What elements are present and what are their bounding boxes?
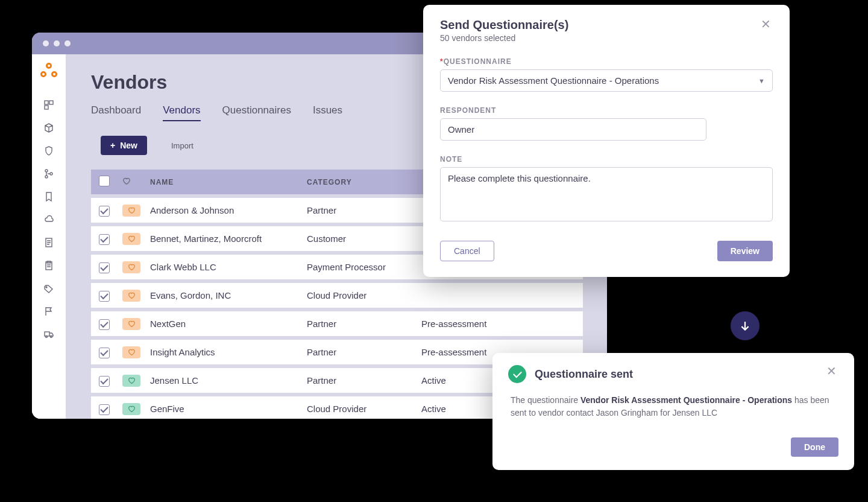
vendor-name: NextGen	[145, 311, 302, 336]
vendor-category: Cloud Provider	[302, 283, 417, 308]
modal-title: Send Questionnaire(s)	[440, 18, 568, 32]
toast-body: The questionnaire Vendor Risk Assessment…	[508, 394, 838, 419]
row-checkbox[interactable]	[99, 404, 110, 415]
vendor-name: Jensen LLC	[145, 368, 302, 393]
row-checkbox[interactable]	[99, 262, 110, 273]
row-checkbox[interactable]	[99, 348, 110, 358]
vendor-name: Evans, Gordon, INC	[145, 283, 302, 308]
svg-point-4	[45, 176, 48, 178]
shield-icon[interactable]	[44, 146, 54, 156]
close-icon[interactable]: ✕	[761, 18, 773, 30]
close-icon[interactable]: ✕	[826, 365, 838, 377]
column-name[interactable]: NAME	[145, 170, 302, 194]
sidebar	[32, 54, 66, 419]
cloud-icon[interactable]	[44, 215, 54, 224]
send-questionnaire-modal: Send Questionnaire(s) 50 vendors selecte…	[423, 5, 790, 277]
heart-badge[interactable]	[122, 375, 140, 387]
svg-rect-10	[45, 332, 49, 336]
success-check-icon	[508, 365, 526, 383]
questionnaire-select[interactable]: Vendor Risk Assessment Questionnaire - O…	[440, 69, 773, 92]
svg-point-5	[50, 173, 52, 175]
heart-badge[interactable]	[122, 403, 140, 415]
svg-point-12	[51, 336, 52, 338]
svg-point-3	[45, 170, 48, 172]
document-icon[interactable]	[44, 238, 54, 247]
heart-icon	[122, 179, 131, 187]
toast-title: Questionnaire sent	[535, 368, 633, 381]
traffic-light[interactable]	[43, 40, 49, 46]
vendor-name: GenFive	[145, 396, 302, 419]
table-row[interactable]: Evans, Gordon, INCCloud Provider	[91, 283, 583, 308]
svg-point-9	[46, 287, 47, 288]
vendor-category: Partner	[302, 340, 417, 364]
note-label: NOTE	[440, 155, 773, 164]
confirmation-toast: Questionnaire sent ✕ The questionnaire V…	[492, 353, 854, 470]
questionnaire-value: Vendor Risk Assessment Questionnaire - O…	[448, 75, 659, 86]
branch-icon[interactable]	[44, 169, 54, 179]
heart-badge[interactable]	[122, 290, 140, 302]
vendor-category: Partner	[302, 198, 417, 223]
table-row[interactable]: NextGenPartnerPre-assessment	[91, 311, 583, 336]
vendor-category: Cloud Provider	[302, 396, 417, 419]
svg-rect-2	[45, 106, 48, 109]
vendor-name: Bennet, Martinez, Moorcroft	[145, 226, 302, 251]
cancel-button[interactable]: Cancel	[440, 241, 494, 261]
heart-badge[interactable]	[122, 346, 140, 358]
heart-badge[interactable]	[122, 233, 140, 245]
tab-questionnaires[interactable]: Questionnaires	[222, 104, 291, 121]
row-checkbox[interactable]	[99, 319, 110, 330]
select-all-checkbox[interactable]	[99, 176, 110, 186]
truck-icon[interactable]	[44, 329, 54, 339]
vendor-category: Partner	[302, 311, 417, 336]
heart-badge[interactable]	[122, 318, 140, 330]
clipboard-icon[interactable]	[44, 261, 54, 270]
svg-rect-0	[45, 101, 48, 104]
traffic-light[interactable]	[64, 40, 71, 46]
plus-icon: +	[110, 141, 115, 150]
column-category[interactable]: CATEGORY	[302, 170, 417, 194]
box-icon[interactable]	[44, 123, 54, 133]
flag-icon[interactable]	[44, 307, 54, 316]
tab-vendors[interactable]: Vendors	[163, 104, 200, 121]
vendor-name: Insight Analytics	[145, 340, 302, 364]
new-button-label: New	[120, 141, 137, 150]
modal-subtitle: 50 vendors selected	[440, 33, 568, 43]
vendor-name: Anderson & Johnson	[145, 198, 302, 223]
svg-point-11	[46, 336, 48, 338]
vendor-category: Partner	[302, 368, 417, 393]
row-checkbox[interactable]	[99, 291, 110, 302]
vendor-category: Payment Processor	[302, 255, 417, 279]
svg-rect-1	[49, 101, 53, 104]
logo-icon[interactable]	[40, 63, 57, 80]
vendor-status	[417, 283, 583, 308]
respondent-label: RESPONDENT	[440, 106, 706, 115]
tag-icon[interactable]	[44, 284, 54, 293]
tab-issues[interactable]: Issues	[313, 104, 342, 121]
note-textarea[interactable]	[440, 167, 773, 221]
traffic-light[interactable]	[54, 40, 60, 46]
heart-badge[interactable]	[122, 261, 140, 273]
row-checkbox[interactable]	[99, 234, 110, 245]
respondent-input[interactable]	[440, 118, 706, 141]
vendor-category: Customer	[302, 226, 417, 251]
questionnaire-label: *QUESTIONNAIRE	[440, 57, 773, 66]
tab-dashboard[interactable]: Dashboard	[91, 104, 141, 121]
new-button[interactable]: + New	[101, 136, 147, 155]
down-arrow-icon	[731, 311, 760, 340]
import-link[interactable]: Import	[171, 141, 193, 150]
done-button[interactable]: Done	[791, 437, 838, 457]
review-button[interactable]: Review	[717, 241, 773, 261]
bookmark-icon[interactable]	[44, 192, 54, 202]
heart-badge[interactable]	[122, 205, 140, 217]
vendor-status: Pre-assessment	[417, 311, 583, 336]
vendor-name: Clark Webb LLC	[145, 255, 302, 279]
row-checkbox[interactable]	[99, 206, 110, 217]
dashboard-icon[interactable]	[44, 100, 54, 110]
row-checkbox[interactable]	[99, 376, 110, 387]
